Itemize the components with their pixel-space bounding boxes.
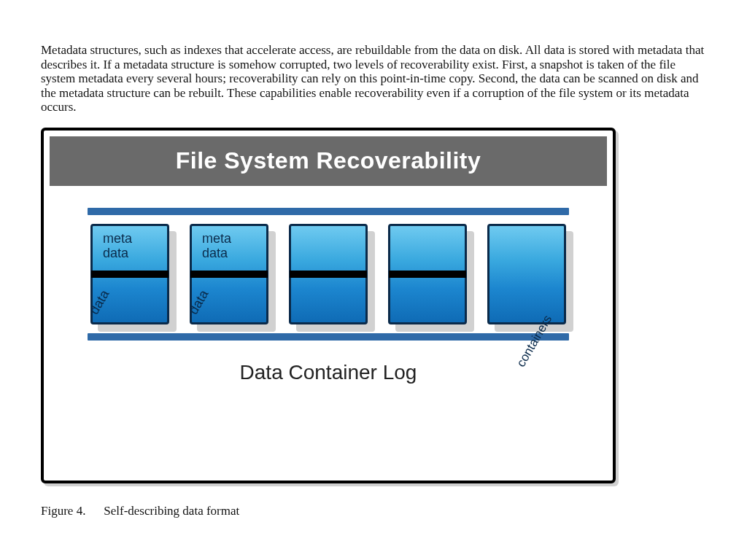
box-label-meta-bottom: data <box>103 246 128 260</box>
box-divider <box>91 271 169 278</box>
box-body <box>388 224 467 324</box>
container-box: metadatadata <box>90 224 169 324</box>
box-label-meta-bottom: data <box>202 246 228 260</box>
log-caption: Data Container Log <box>88 361 569 384</box>
figure-title: File System Recoverability <box>176 147 481 174</box>
box-body: containers <box>487 224 566 324</box>
figure-caption-number: Figure 4. <box>41 504 101 518</box>
figure-caption-text: Self-describing data format <box>104 504 239 518</box>
box-label-meta-top: meta <box>202 232 231 245</box>
box-divider <box>389 271 466 278</box>
bottom-rail <box>88 333 569 341</box>
box-label-data: data <box>186 287 210 316</box>
container-box <box>388 224 467 324</box>
box-divider <box>290 271 367 278</box>
data-container-log-diagram: metadatadatametadatadatacontainers Data … <box>88 208 569 384</box>
box-body: metadatadata <box>190 224 268 324</box>
figure-caption: Figure 4. Self-describing data format <box>41 504 706 518</box>
figure-frame: File System Recoverability metadatadatam… <box>41 128 616 483</box>
container-box: containers <box>487 224 566 324</box>
box-label-data: data <box>87 287 111 316</box>
box-body: metadatadata <box>90 224 169 324</box>
box-divider <box>190 271 268 278</box>
container-boxes-row: metadatadatametadatadatacontainers <box>88 224 569 324</box>
top-rail <box>88 208 569 215</box>
container-box: metadatadata <box>190 224 268 324</box>
box-body <box>289 224 368 324</box>
figure-wrapper: File System Recoverability metadatadatam… <box>41 128 706 518</box>
container-box <box>289 224 368 324</box>
body-paragraph: Metadata structures, such as indexes tha… <box>41 43 706 114</box>
box-label-meta-top: meta <box>103 232 132 245</box>
figure-titlebar: File System Recoverability <box>50 136 607 186</box>
